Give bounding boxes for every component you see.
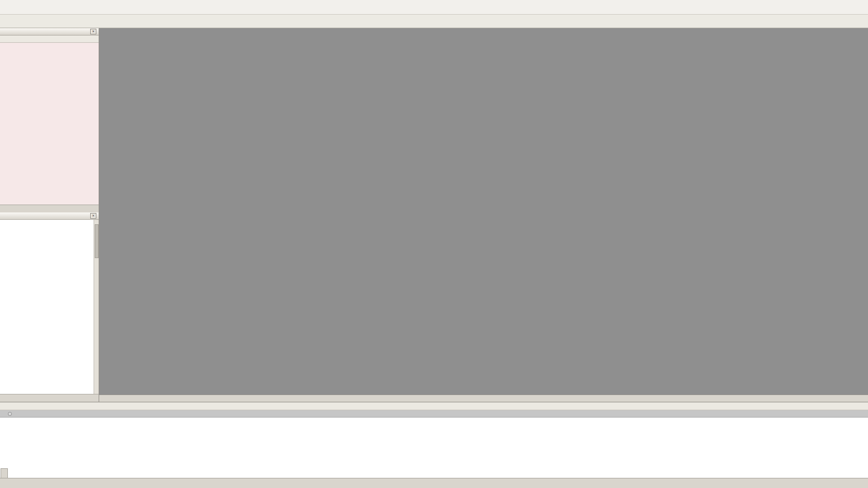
balance-icon <box>8 412 12 416</box>
close-icon[interactable]: × <box>90 213 96 219</box>
market-watch-title: × <box>0 28 99 36</box>
menu-bar <box>0 0 868 15</box>
close-icon[interactable]: × <box>90 29 96 34</box>
terminal-panel <box>0 402 868 478</box>
terminal-tabs <box>0 478 868 488</box>
navigator-tabs <box>0 394 99 402</box>
market-watch-header <box>0 36 99 43</box>
toolbar <box>0 15 868 28</box>
chart-tab-bar <box>99 394 868 402</box>
chart-workspace <box>99 28 868 394</box>
navigator-panel: × <box>0 212 99 402</box>
market-watch-tabs <box>0 205 99 212</box>
balance-row <box>0 410 868 418</box>
navigator-title: × <box>0 212 99 220</box>
navigator-tree <box>0 220 99 394</box>
terminal-column-headers <box>0 402 868 410</box>
market-watch-list <box>0 43 99 205</box>
market-watch-panel: × <box>0 28 99 212</box>
navigator-scrollbar[interactable] <box>94 220 99 394</box>
